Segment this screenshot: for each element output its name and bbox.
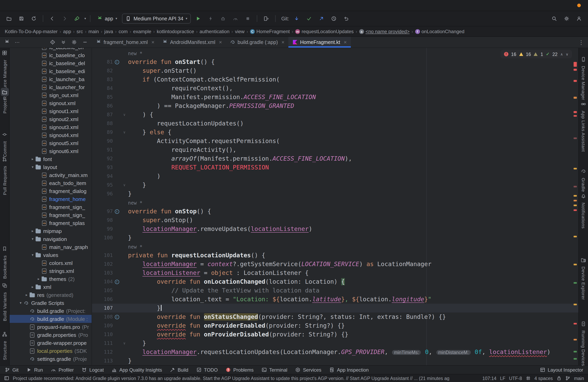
- breadcrumb-item[interactable]: kotlintodopractice: [157, 29, 194, 34]
- forward-icon[interactable]: [60, 14, 70, 24]
- tree-item-signout6.xml[interactable]: signout6.xml: [10, 147, 92, 155]
- close-tab-icon[interactable]: ×: [344, 39, 347, 45]
- code-line-83[interactable]: 83 if (ContextCompat.checkSelfPermission…: [92, 75, 578, 84]
- code-line-109[interactable]: 109 override fun onProviderEnabled(provi…: [92, 321, 578, 330]
- tool-window-button-Build[interactable]: Build: [170, 367, 188, 373]
- profile-avatar-icon[interactable]: [574, 14, 584, 24]
- git-commit-icon[interactable]: [304, 14, 314, 24]
- run-config-selector[interactable]: app ▾: [94, 13, 120, 24]
- tree-item-fragment_sign_[interactable]: fragment_sign_: [10, 203, 92, 211]
- tool-window-button-Services[interactable]: Services: [295, 367, 321, 373]
- line-number[interactable]: 107: [92, 304, 113, 312]
- more-icon[interactable]: ⋯: [15, 39, 20, 45]
- tool-window-button-Profiler[interactable]: Profiler: [51, 367, 74, 373]
- override-icon[interactable]: ↑: [115, 209, 119, 213]
- code-line-81[interactable]: 81↑override fun onStart() {: [92, 57, 578, 66]
- tool-window-button-Terminal[interactable]: Terminal: [262, 367, 287, 373]
- line-number[interactable]: 112: [92, 348, 113, 356]
- indent-setting[interactable]: 4 spaces: [534, 376, 553, 381]
- tree-item-signout.xml[interactable]: signout.xml: [10, 99, 92, 107]
- tree-item-gradle.properties[interactable]: gradle.properties(Pro: [10, 331, 92, 339]
- code-line-102[interactable]: 102 locationManager = context?.getSystem…: [92, 260, 578, 268]
- tree-item-res[interactable]: ▸res(generated): [10, 291, 92, 299]
- tree-item-strings.xml[interactable]: strings.xml: [10, 267, 92, 275]
- code-line-84[interactable]: 84 requireContext(),: [92, 84, 578, 93]
- tab-fragment_home.xml[interactable]: fragment_home.xml×: [92, 37, 158, 48]
- code-line-96[interactable]: 96}: [92, 190, 578, 198]
- breadcrumb-item[interactable]: view: [235, 29, 245, 34]
- tab-AndroidManifest.xml[interactable]: AndroidManifest.xml×: [158, 37, 226, 48]
- stop-icon[interactable]: [243, 14, 253, 24]
- line-number[interactable]: 96: [92, 190, 113, 198]
- tree-item-fragment_sign_[interactable]: fragment_sign_: [10, 211, 92, 219]
- code-line-91[interactable]: 91 requireActivity(),: [92, 145, 578, 154]
- open-folder-icon[interactable]: [4, 14, 14, 24]
- tool-button-Pull Requests[interactable]: Pull Requests: [0, 155, 9, 195]
- tree-item-values[interactable]: ▾values: [10, 251, 92, 259]
- override-icon[interactable]: ↑: [115, 280, 119, 284]
- line-number[interactable]: 100: [92, 233, 113, 242]
- line-number[interactable]: 92: [92, 154, 113, 163]
- line-number[interactable]: [92, 198, 113, 207]
- tree-item-signout3.xml[interactable]: signout3.xml: [10, 123, 92, 131]
- editor[interactable]: new *81↑override fun onStart() {82 super…: [92, 48, 578, 365]
- git-rollback-icon[interactable]: [341, 14, 351, 24]
- status-message[interactable]: Project update recommended: Android Grad…: [13, 376, 479, 381]
- line-number[interactable]: 83: [92, 75, 113, 84]
- run-button[interactable]: [193, 14, 203, 24]
- chevron-down-icon[interactable]: ▾: [30, 237, 35, 241]
- tree-item-signout5.xml[interactable]: signout5.xml: [10, 139, 92, 147]
- line-number[interactable]: 108: [92, 312, 113, 321]
- tree-item-build.gradle[interactable]: build.gradle(Project:: [10, 307, 92, 315]
- line-number[interactable]: 88: [92, 119, 113, 128]
- code-line-99[interactable]: 99 locationManager.removeUpdates(locatio…: [92, 225, 578, 233]
- tree-item-fragment_dialog[interactable]: fragment_dialog: [10, 187, 92, 195]
- code-line-94[interactable]: 94 ): [92, 172, 578, 181]
- code-line-107[interactable]: 107 }: [92, 304, 578, 312]
- locate-file-icon[interactable]: [50, 39, 56, 45]
- line-number[interactable]: 99: [92, 225, 113, 233]
- line-number[interactable]: 90: [92, 137, 113, 145]
- line-number[interactable]: 82: [92, 66, 113, 75]
- line-number[interactable]: 109: [92, 321, 113, 330]
- tool-button-App Links Assistant[interactable]: App Links Assistant: [579, 100, 588, 152]
- tool-button-Structure[interactable]: Structure: [0, 330, 9, 360]
- breadcrumb-item[interactable]: src: [77, 29, 83, 34]
- code-line-97[interactable]: 97↑override fun onStop() {: [92, 207, 578, 216]
- tool-window-button-App Inspection[interactable]: App Inspection: [329, 367, 369, 373]
- line-number[interactable]: 113: [92, 356, 113, 365]
- encoding[interactable]: UTF-8: [509, 376, 522, 381]
- inspections-widget[interactable]: ! 16 16 1 ✓ 22 ∧ ∨: [500, 50, 572, 58]
- breadcrumb-item[interactable]: app: [63, 29, 71, 34]
- search-everywhere-icon[interactable]: [549, 14, 559, 24]
- code-line-101[interactable]: 101private fun requestLocationUpdates() …: [92, 251, 578, 260]
- breadcrumb-item[interactable]: Kotlin-To-Do-App-master: [5, 29, 58, 34]
- override-icon[interactable]: ↑: [115, 60, 119, 64]
- tree-item-gradle-wrapper.prope[interactable]: gradle-wrapper.prope: [10, 339, 92, 347]
- tool-window-button-Git[interactable]: Git: [5, 367, 19, 373]
- code-line-88[interactable]: 88 requestLocationUpdates(): [92, 119, 578, 128]
- breadcrumb-item[interactable]: mrequestLocationUpdates: [295, 29, 354, 34]
- code-line-86[interactable]: 86 ) == PackageManager.PERMISSION_GRANTE…: [92, 101, 578, 110]
- breadcrumb-item[interactable]: a<no name provided>: [359, 29, 410, 34]
- tree-item-local.properties[interactable]: local.properties(SDK: [10, 347, 92, 355]
- breadcrumb-item[interactable]: CHomeFragment: [250, 29, 290, 34]
- tool-window-button-App Quality Insights[interactable]: App Quality Insights: [112, 367, 162, 373]
- git-push-icon[interactable]: [316, 14, 326, 24]
- tree-item-ic_launcher_ba[interactable]: ic_launcher_ba: [10, 75, 92, 83]
- tree-item-ic_baseline_edi[interactable]: ic_baseline_edi: [10, 67, 92, 75]
- back-icon[interactable]: [47, 14, 57, 24]
- code-line-111[interactable]: 111∨ }: [92, 339, 578, 348]
- code-area[interactable]: new *81↑override fun onStart() {82 super…: [92, 49, 578, 365]
- tree-item-proguard-rules.pro[interactable]: proguard-rules.pro(Pr: [10, 323, 92, 331]
- breadcrumb-item[interactable]: com: [119, 29, 127, 34]
- line-number[interactable]: 85: [92, 93, 113, 101]
- code-line-112[interactable]: 112 locationManager.requestLocationUpdat…: [92, 348, 578, 356]
- code-line-106[interactable]: 106 location_.text = "Location: ${locati…: [92, 295, 578, 304]
- git-branch[interactable]: main: [574, 376, 584, 381]
- code-line-100[interactable]: 100}: [92, 233, 578, 242]
- code-hint-line[interactable]: new *: [92, 198, 578, 207]
- line-number[interactable]: 84: [92, 84, 113, 93]
- next-issue-icon[interactable]: ∨: [566, 52, 568, 56]
- line-number[interactable]: 95: [92, 181, 113, 190]
